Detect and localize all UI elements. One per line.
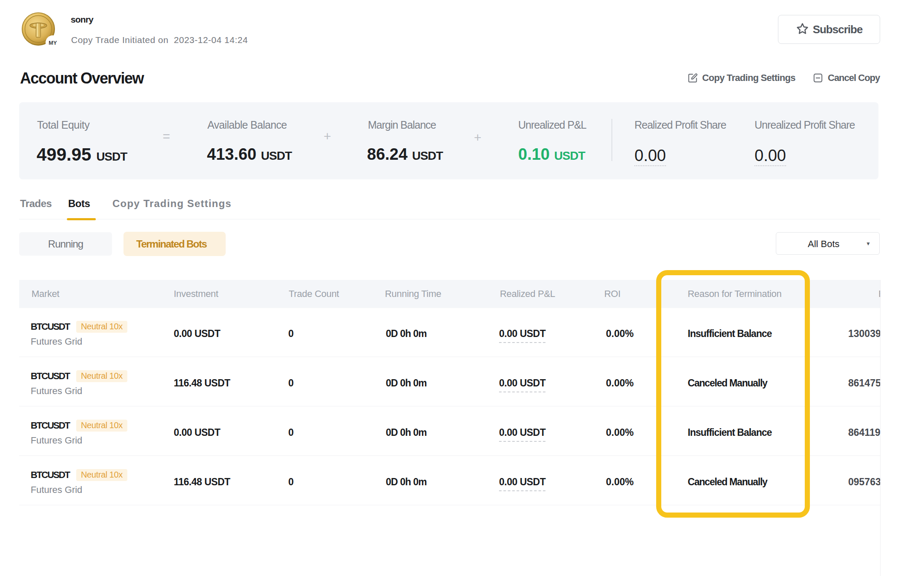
svg-text:MY: MY: [49, 40, 57, 46]
